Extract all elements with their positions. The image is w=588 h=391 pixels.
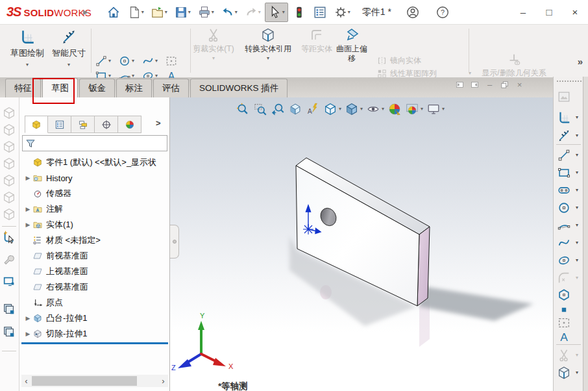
tab-features[interactable]: 特征 (5, 79, 41, 97)
dropdown-arrow-icon[interactable]: ▾ (235, 10, 238, 15)
convert-entities-tool[interactable]: ▾ (557, 366, 578, 380)
filter-input[interactable] (22, 135, 167, 151)
fillet-tool[interactable]: ▾ (557, 271, 578, 285)
point-tool[interactable] (557, 303, 571, 317)
dropdown-arrow-icon[interactable]: ▾ (108, 58, 111, 64)
rollback-bar[interactable] (21, 342, 168, 344)
std-view-button-5[interactable] (2, 173, 18, 189)
panel-expand-arrow[interactable]: > (156, 118, 161, 128)
tree-root-item[interactable]: 零件1 (默认) <<默认>_显示状 (19, 155, 170, 170)
tree-item-right-plane[interactable]: 右视基准面 (19, 279, 170, 295)
dropdown-arrow-icon[interactable]: ▾ (267, 56, 269, 61)
spline-tool[interactable]: ▾ (141, 54, 165, 68)
ellipse-tool[interactable]: ▾ (557, 253, 578, 268)
std-view-button-7[interactable] (2, 207, 18, 223)
smart-dimension-button[interactable]: 智能尺寸▾ (49, 27, 88, 76)
dropdown-arrow-icon[interactable]: ▾ (576, 153, 578, 158)
dropdown-arrow-icon[interactable]: ▾ (576, 275, 578, 281)
tab-annotation[interactable]: 标注 (116, 79, 152, 97)
displaymanager-tab[interactable] (118, 116, 141, 133)
std-view-button-3[interactable] (2, 140, 18, 155)
text-tool[interactable] (557, 330, 571, 344)
new-document-button[interactable]: ▾ (125, 3, 147, 21)
dropdown-arrow-icon[interactable]: ▾ (576, 223, 578, 228)
redo-button[interactable]: ▾ (241, 3, 263, 21)
home-button[interactable] (104, 3, 123, 21)
smart-dimension-tool[interactable]: ▾ (557, 129, 578, 143)
std-view-button-4[interactable] (2, 157, 18, 172)
trim-entities-tool[interactable]: ▾ (557, 348, 578, 362)
doc-close-button[interactable]: × (514, 79, 525, 90)
logo-flyout-icon[interactable]: ▶ (83, 8, 88, 16)
offset-entities-button[interactable]: 等距实体 (301, 27, 332, 54)
dropdown-arrow-icon[interactable]: ▾ (26, 62, 29, 68)
expander-icon[interactable]: ▶ (23, 331, 32, 337)
dropdown-arrow-icon[interactable]: ▾ (282, 10, 285, 15)
paste-appearance-button[interactable] (2, 325, 18, 340)
scroll-right-arrow[interactable]: › (158, 376, 168, 386)
selection-box-tool[interactable] (165, 54, 188, 68)
std-view-button-1[interactable] (2, 106, 18, 121)
propertymanager-tab[interactable] (48, 116, 71, 133)
open-button[interactable]: ▾ (148, 3, 170, 21)
dropdown-arrow-icon[interactable]: ▾ (165, 10, 167, 15)
dropdown-arrow-icon[interactable]: ▾ (576, 188, 578, 193)
mirror-entities-button[interactable]: 镜向实体 (376, 54, 471, 67)
arc-tool[interactable]: ▾ (557, 218, 578, 233)
edit-sketch-button[interactable] (2, 230, 18, 246)
doc-restore-button[interactable] (499, 79, 510, 90)
slot-tool[interactable]: ▾ (557, 183, 578, 197)
tree-item-annotations[interactable]: ▶注解 (19, 201, 170, 217)
dropdown-arrow-icon[interactable]: ▾ (132, 58, 134, 64)
selection-box-tool[interactable] (557, 316, 571, 330)
panel-collapse-handle[interactable] (170, 225, 179, 259)
tree-item-history[interactable]: ▶History (19, 170, 170, 186)
dropdown-arrow-icon[interactable]: ▾ (155, 58, 158, 64)
account-button[interactable] (403, 3, 423, 21)
rectangle-tool[interactable]: ▾ (557, 166, 578, 180)
panel-horizontal-scrollbar[interactable]: ‹ › (21, 375, 168, 387)
offset-on-surface-button[interactable]: 曲面上偏移 (335, 27, 369, 64)
select-tool-button[interactable]: ▾ (265, 3, 288, 22)
line-tool[interactable]: ▾ (557, 148, 578, 162)
scroll-left-arrow[interactable]: ‹ (21, 376, 31, 386)
polygon-tool[interactable] (557, 288, 571, 302)
scrollbar-thumb[interactable] (32, 376, 137, 386)
tab-evaluate[interactable]: 评估 (153, 79, 189, 97)
rebuild-button[interactable] (289, 3, 309, 21)
dropdown-arrow-icon[interactable]: ▾ (212, 56, 215, 61)
expander-icon[interactable]: ▶ (23, 175, 32, 181)
dropdown-arrow-icon[interactable]: ▾ (141, 10, 144, 15)
tree-item-sensors[interactable]: 传感器 (19, 186, 170, 201)
dropdown-arrow-icon[interactable]: ▾ (348, 10, 350, 15)
ribbon-expand-button[interactable]: » (578, 56, 583, 67)
circle-tool[interactable]: ▾ (557, 201, 578, 215)
dropdown-arrow-icon[interactable]: ▾ (576, 258, 578, 263)
dimxpertmanager-tab[interactable] (95, 116, 118, 133)
taskpane-edge[interactable] (583, 77, 588, 391)
circle-tool[interactable]: ▾ (118, 54, 141, 68)
edit-feature-button[interactable] (2, 253, 18, 269)
toolbar-drag-handle[interactable] (556, 80, 582, 82)
expander-icon[interactable]: ▶ (23, 315, 32, 322)
dropdown-arrow-icon[interactable]: ▾ (576, 170, 578, 175)
tab-solidworks-addins[interactable]: SOLIDWORKS 插件 (190, 79, 288, 97)
dropdown-arrow-icon[interactable]: ▾ (576, 370, 578, 375)
options-list-button[interactable] (310, 3, 330, 21)
dropdown-arrow-icon[interactable]: ▾ (67, 62, 70, 68)
copy-appearance-button[interactable] (2, 302, 18, 318)
expander-icon[interactable]: ▶ (23, 221, 32, 228)
tree-item-origin[interactable]: 原点 (19, 295, 170, 310)
dropdown-arrow-icon[interactable]: ▾ (576, 133, 578, 138)
tree-item-boss-extrude1[interactable]: ▶凸台-拉伸1 (19, 310, 170, 326)
taskpane-image-button[interactable] (557, 90, 571, 104)
maximize-button[interactable]: □ (536, 1, 562, 23)
close-button[interactable]: × (562, 1, 588, 23)
dropdown-arrow-icon[interactable]: ▾ (258, 10, 261, 15)
save-button[interactable]: ▾ (171, 3, 193, 21)
dropdown-arrow-icon[interactable]: ▾ (212, 10, 214, 15)
configurationmanager-tab[interactable] (71, 116, 95, 133)
window-select-button[interactable] (2, 275, 18, 290)
tree-item-solid-bodies[interactable]: ▶实体(1) (19, 217, 170, 233)
doc-minimize-button[interactable]: – (484, 79, 495, 90)
